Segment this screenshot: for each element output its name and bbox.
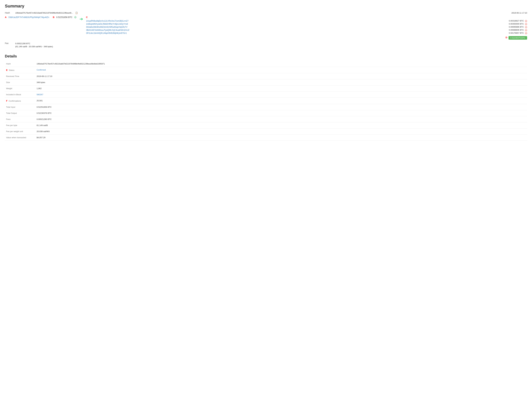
status-badge: Confirmed: [37, 69, 46, 71]
details-value-fees: 0.00021280 BTC: [35, 116, 527, 122]
copy-icon[interactable]: 📋: [75, 12, 78, 14]
details-label-fee-per-byte: Fee per byte: [5, 122, 35, 128]
tx-arrow: ➔: [79, 16, 83, 21]
output-row-4: 3FGJec1bmNQih1AbpHtNfz6bjNKjm87Gr1 0.501…: [86, 32, 527, 34]
details-label-confirmations: F Confirmations: [5, 98, 35, 104]
details-row-fee-per-byte: Fee per byte 61.149 sat/B: [5, 122, 527, 128]
details-row-block: Included in Block 580267: [5, 92, 527, 98]
output-row-1: 1ABxjoM6XywDLRkbDHfNvYn6jcUxEiyYmd 0.003…: [86, 23, 527, 25]
details-title: Details: [5, 54, 527, 58]
details-value-total-input: 0.52251656 BTC: [35, 104, 527, 110]
details-row-total-input: Total Input 0.52251656 BTC: [5, 104, 527, 110]
details-value-received: 2019-06-11 17:10: [35, 73, 527, 79]
fee-label: Fee: [5, 42, 14, 45]
globe-icon-4[interactable]: [525, 32, 527, 34]
details-value-value-transacted: $4,057.29: [35, 135, 527, 141]
marker-a: A: [5, 16, 7, 18]
output-address-0[interactable]: 1AupRNbu8qEeXx12LVRxXeJ7um3BJLrnZ7: [86, 20, 128, 22]
details-row-fee-per-wu: Fee per weight unit 20.038 sat/WU: [5, 128, 527, 135]
details-value-size: 348 bytes: [35, 79, 527, 85]
output-amount-3: 0.00688806 BTC: [509, 29, 527, 31]
details-row-weight: Weight 1,062: [5, 85, 527, 92]
fee-detail: (61.149 sat/B - 20.038 sat/WU - 348 byte…: [15, 45, 53, 48]
details-row-size: Size 348 bytes: [5, 79, 527, 85]
details-row-confirmations: F Confirmations 25,501: [5, 98, 527, 104]
details-value-total-output: 0.52230376 BTC: [35, 110, 527, 116]
details-value-fee-per-byte: 61.149 sat/B: [35, 122, 527, 128]
hash-value: 196eba07f176e457c48216ab87b52197848f8b4f…: [15, 12, 73, 14]
details-value-weight: 1,062: [35, 85, 527, 92]
output-address-1[interactable]: 1ABxjoM6XywDLRkbDHfNvYn6jcUxEiyYmd: [86, 23, 128, 25]
input-amount: 0.52251656 BTC: [56, 16, 72, 18]
details-value-hash: 196eba07f176e457c48216ab87b52197848f8b4f…: [35, 61, 527, 67]
total-output-badge: 0.52230376 BTC: [509, 36, 527, 40]
output-address-2[interactable]: 3Gta6s2b63Ke68Z4m61NfGwfoqcHqGfo7V: [86, 26, 127, 28]
marker-d: D: [506, 36, 507, 40]
fee-section: Fee 0.00021280 BTC (61.149 sat/B - 20.03…: [5, 42, 527, 48]
output-row-3: 3BAXA6YotAWouuTyaQMrJ1jC4uaKWnZnUZ 0.006…: [86, 29, 527, 31]
output-row-0: 1AupRNbu8qEeXx12LVRxXeJ7um3BJLrnZ7 0.003…: [86, 20, 527, 22]
marker-b: B: [53, 16, 55, 18]
details-row-fees: Fees 0.00021280 BTC: [5, 116, 527, 122]
summary-section: Summary Hash 196eba07f176e457c48216ab87b…: [5, 4, 527, 48]
details-value-status: Confirmed: [35, 67, 527, 73]
hash-left: Hash 196eba07f176e457c48216ab87b52197848…: [5, 12, 78, 14]
output-amount-0: 0.00318827 BTC: [509, 20, 527, 22]
details-row-value-transacted: Value when transacted $4,057.29: [5, 135, 527, 141]
summary-title: Summary: [5, 4, 527, 9]
tx-output-col: C 1AupRNbu8qEeXx12LVRxXeJ7um3BJLrnZ7 0.0…: [86, 16, 527, 40]
details-label-block: Included in Block: [5, 92, 35, 98]
globe-icon-3[interactable]: [525, 29, 527, 31]
marker-e: E: [6, 69, 8, 71]
marker-c: C: [86, 16, 526, 18]
input-row: A 33drUaJDF7H7xMb3UPhjzNWqK7rkju4tZn B 0…: [5, 16, 76, 18]
details-label-total-output: Total Output: [5, 110, 35, 116]
details-row-total-output: Total Output 0.52230376 BTC: [5, 110, 527, 116]
details-value-fee-per-wu: 20.038 sat/WU: [35, 128, 527, 135]
details-label-status: E Status: [5, 67, 35, 73]
details-row-status: E Status Confirmed: [5, 67, 527, 73]
input-address[interactable]: 33drUaJDF7H7xMb3UPhjzNWqK7rkju4tZn: [8, 16, 49, 18]
details-label-fees: Fees: [5, 116, 35, 122]
tx-flow: A 33drUaJDF7H7xMb3UPhjzNWqK7rkju4tZn B 0…: [5, 16, 527, 40]
globe-icon-1[interactable]: [525, 23, 527, 25]
globe-icon-0[interactable]: [525, 20, 527, 22]
output-amount-4: 0.50176857 BTC: [509, 32, 527, 34]
globe-icon-2[interactable]: [525, 26, 527, 28]
marker-f: F: [6, 100, 8, 102]
output-amount-2: 0.00695886 BTC: [509, 26, 527, 28]
details-table: Hash 196eba07f176e457c48216ab87b52197848…: [5, 61, 527, 141]
output-address-3[interactable]: 3BAXA6YotAWouuTyaQMrJ1jC4uaKWnZnUZ: [86, 29, 129, 31]
details-row-hash: Hash 196eba07f176e457c48216ab87b52197848…: [5, 61, 527, 67]
hash-label: Hash: [5, 12, 14, 14]
details-label-weight: Weight: [5, 85, 35, 92]
fee-amount: 0.00021280 BTC: [15, 42, 53, 45]
details-label-hash: Hash: [5, 61, 35, 67]
details-value-confirmations: 25,501: [35, 98, 527, 104]
tx-input-col: A 33drUaJDF7H7xMb3UPhjzNWqK7rkju4tZn B 0…: [5, 16, 76, 19]
output-row-2: 3Gta6s2b63Ke68Z4m61NfGwfoqcHqGfo7V 0.006…: [86, 26, 527, 28]
output-address-4[interactable]: 3FGJec1bmNQih1AbpHtNfz6bjNKjm87Gr1: [86, 32, 127, 34]
timestamp: 2019-06-11 17:10: [511, 12, 527, 14]
details-label-size: Size: [5, 79, 35, 85]
globe-icon-input[interactable]: [74, 16, 76, 18]
summary-hash-row: Hash 196eba07f176e457c48216ab87b52197848…: [5, 12, 527, 14]
output-amount-1: 0.00350000 BTC: [509, 23, 527, 25]
details-label-fee-per-wu: Fee per weight unit: [5, 128, 35, 135]
details-label-total-input: Total Input: [5, 104, 35, 110]
details-value-block: 580267: [35, 92, 527, 98]
fee-value: 0.00021280 BTC (61.149 sat/B - 20.038 sa…: [15, 42, 53, 48]
block-link[interactable]: 580267: [37, 93, 43, 96]
details-row-received: Received Time 2019-06-11 17:10: [5, 73, 527, 79]
details-label-received: Received Time: [5, 73, 35, 79]
details-label-value-transacted: Value when transacted: [5, 135, 35, 141]
tx-total-row: D 0.52230376 BTC: [86, 36, 527, 40]
details-section: Details Hash 196eba07f176e457c48216ab87b…: [5, 54, 527, 141]
